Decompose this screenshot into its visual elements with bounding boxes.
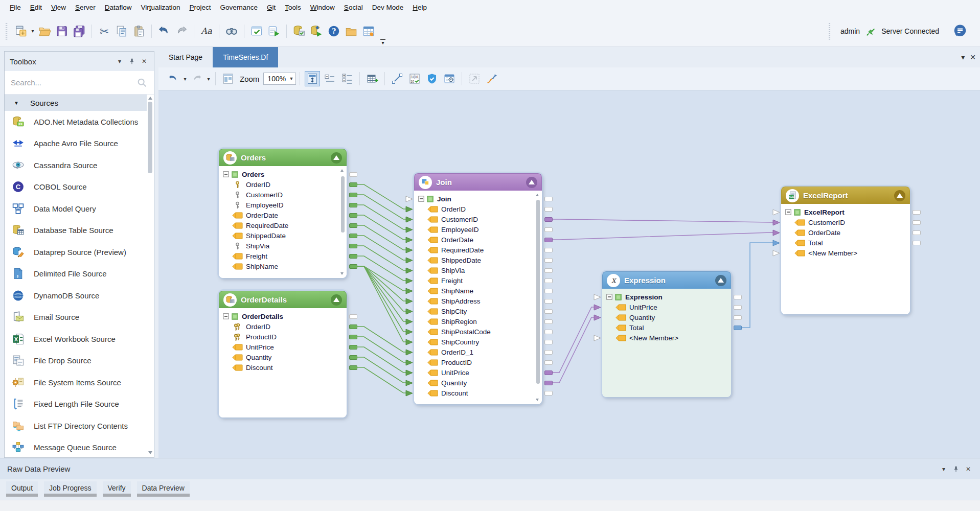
dropdown-caret-icon[interactable]: ▾: [206, 71, 212, 86]
canvas-gridadd-icon[interactable]: [364, 71, 380, 86]
field-row-freight[interactable]: Freight: [219, 251, 347, 261]
toolbox-close-icon[interactable]: ✕: [140, 57, 149, 66]
menu-item-virtualization[interactable]: Virtualization: [136, 0, 185, 15]
canvas-line-icon[interactable]: [390, 71, 405, 86]
bottom-tab-verify[interactable]: Verify: [103, 481, 131, 497]
canvas-expand-icon[interactable]: [305, 71, 320, 86]
toolbar-overflow-icon[interactable]: ▾: [380, 39, 385, 45]
field-row-customerid[interactable]: CustomerID: [781, 217, 910, 227]
field-row-orderid[interactable]: OrderID: [219, 321, 347, 332]
wire-orders-shipname-to-join-shipcity[interactable]: [357, 266, 406, 311]
collapse-box-icon[interactable]: [785, 209, 791, 215]
toolbox-item-ado-net-metadata-collections[interactable]: <>ADO.Net Metadata Collections: [5, 111, 154, 133]
field-row-new-member[interactable]: <New Member>: [602, 333, 731, 343]
field-row-quantity[interactable]: Quantity: [414, 378, 542, 388]
node-root-row[interactable]: ExcelReport: [781, 207, 910, 217]
toolbox-item-file-drop-source[interactable]: File Drop Source: [5, 350, 154, 372]
input-port-arrow[interactable]: [772, 240, 780, 246]
toolbox-menu-caret-icon[interactable]: ▾: [115, 57, 124, 66]
font-icon[interactable]: Aa: [199, 24, 214, 39]
node-root-row[interactable]: Join: [414, 194, 542, 204]
field-row-unitprice[interactable]: UnitPrice: [219, 342, 347, 352]
node-scrollbar[interactable]: [340, 168, 346, 276]
wire-orderdetails-discount-to-join-discount[interactable]: [357, 367, 406, 393]
output-port[interactable]: [349, 254, 357, 259]
wire-join-customerid-to-excelreport-customerid[interactable]: [553, 219, 773, 222]
input-port-arrow[interactable]: [405, 298, 413, 305]
output-port[interactable]: [349, 182, 357, 187]
field-row-customerid[interactable]: CustomerID: [414, 214, 542, 224]
toolbox-item-dynamodb-source[interactable]: DynamoDB Source: [5, 285, 154, 307]
menu-item-window[interactable]: Window: [306, 0, 339, 15]
field-row-shipcity[interactable]: ShipCity: [414, 306, 542, 316]
toolbar-grip[interactable]: [5, 22, 8, 40]
wire-orders-shipname-to-join-shipname[interactable]: [357, 266, 406, 291]
toolbox-pin-icon[interactable]: [127, 57, 136, 66]
toolbox-item-file-system-items-source[interactable]: File System Items Source: [5, 371, 154, 393]
field-row-employeeid[interactable]: EmployeeID: [219, 200, 347, 210]
paste-icon[interactable]: [131, 24, 147, 39]
field-row-employeeid[interactable]: EmployeeID: [414, 224, 542, 235]
node-collapse-button[interactable]: [526, 177, 537, 188]
scroll-up-icon[interactable]: [148, 97, 152, 100]
input-port-arrow[interactable]: [405, 237, 413, 243]
node-header[interactable]: x Expression: [602, 271, 731, 289]
output-port[interactable]: [349, 264, 357, 269]
input-port-arrow[interactable]: [772, 219, 780, 226]
output-port[interactable]: [913, 241, 921, 245]
input-port-arrow[interactable]: [405, 267, 413, 274]
input-port-arrow[interactable]: [405, 349, 413, 356]
field-row-shipvia[interactable]: ShipVia: [414, 265, 542, 275]
menu-item-dataflow[interactable]: Dataflow: [100, 0, 136, 15]
output-port[interactable]: [734, 326, 742, 330]
output-port[interactable]: [544, 350, 553, 355]
redo-icon[interactable]: [174, 24, 189, 39]
field-row-shippostalcode[interactable]: ShipPostalCode: [414, 327, 542, 337]
runwin-icon[interactable]: [266, 24, 282, 39]
menu-item-dev-mode[interactable]: Dev Mode: [368, 0, 408, 15]
input-port-arrow[interactable]: [405, 226, 413, 233]
field-row-orderid[interactable]: OrderID: [414, 204, 542, 214]
collapse-box-icon[interactable]: [418, 196, 424, 202]
toolbox-item-data-model-query[interactable]: Data Model Query: [5, 198, 154, 220]
output-port[interactable]: [544, 319, 553, 324]
field-row-freight[interactable]: Freight: [414, 275, 542, 286]
output-port[interactable]: [349, 314, 357, 319]
tab-timeseries-df[interactable]: TimeSeries.Df: [213, 47, 278, 67]
field-row-productid[interactable]: ProductID: [219, 332, 347, 342]
output-port[interactable]: [544, 227, 553, 232]
toolbox-item-list-ftp-directory-contents[interactable]: List FTP Directory Contents: [5, 415, 154, 437]
wire-expression-total-to-excelreport-total[interactable]: [742, 243, 773, 328]
input-port-arrow[interactable]: [594, 294, 601, 300]
bottom-tab-output[interactable]: Output: [6, 481, 38, 497]
output-port[interactable]: [544, 278, 553, 283]
canvas-reroute-icon[interactable]: [484, 71, 499, 86]
toolbox-item-fixed-length-file-source[interactable]: Fixed Length File Source: [5, 393, 154, 415]
canvas-redo-icon[interactable]: [189, 71, 204, 86]
output-port[interactable]: [544, 197, 553, 201]
toolbox-item-dataprep-source-preview[interactable]: Dataprep Source (Preview): [5, 241, 154, 263]
dbrun-icon[interactable]: [309, 24, 324, 39]
output-port[interactable]: [544, 207, 553, 212]
new-icon[interactable]: [13, 24, 29, 39]
field-row-unitprice[interactable]: UnitPrice: [602, 302, 731, 312]
output-port[interactable]: [544, 391, 553, 396]
input-port-arrow[interactable]: [405, 206, 413, 213]
toolbox-item-cobol-source[interactable]: CCOBOL Source: [5, 176, 154, 198]
menu-item-help[interactable]: Help: [408, 0, 431, 15]
input-port-arrow[interactable]: [405, 308, 413, 315]
menu-item-file[interactable]: File: [5, 0, 26, 15]
input-port-arrow[interactable]: [405, 277, 413, 284]
field-row-shipaddress[interactable]: ShipAddress: [414, 296, 542, 306]
input-port-arrow[interactable]: [405, 380, 413, 386]
toolbox-item-message-queue-source[interactable]: Message Queue Source: [5, 437, 154, 458]
canvas-coll-icon[interactable]: [322, 71, 337, 86]
collapse-box-icon[interactable]: [223, 313, 229, 319]
saveall-icon[interactable]: [72, 24, 87, 39]
menu-item-git[interactable]: Git: [262, 0, 280, 15]
field-row-orderdate[interactable]: OrderDate: [781, 227, 910, 238]
input-port-arrow[interactable]: [594, 314, 601, 321]
help-icon[interactable]: ?: [326, 24, 341, 39]
node-collapse-button[interactable]: [331, 294, 342, 306]
node-collapse-button[interactable]: [331, 152, 342, 164]
